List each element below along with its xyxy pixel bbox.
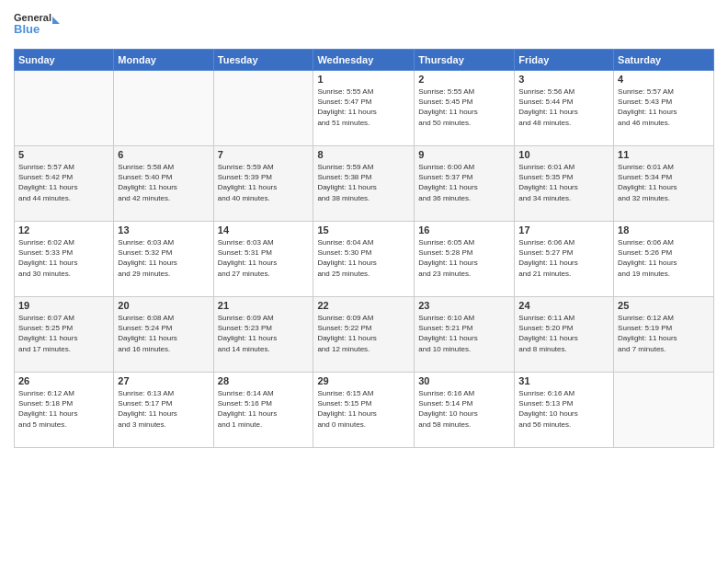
calendar-cell: 25Sunrise: 6:12 AM Sunset: 5:19 PM Dayli… bbox=[614, 297, 714, 373]
day-info: Sunrise: 6:10 AM Sunset: 5:21 PM Dayligh… bbox=[418, 313, 510, 354]
day-info: Sunrise: 6:12 AM Sunset: 5:18 PM Dayligh… bbox=[18, 388, 109, 430]
day-number: 1 bbox=[317, 74, 410, 85]
day-info: Sunrise: 6:06 AM Sunset: 5:27 PM Dayligh… bbox=[518, 237, 609, 279]
calendar-cell: 22Sunrise: 6:09 AM Sunset: 5:22 PM Dayli… bbox=[313, 297, 415, 373]
day-number: 9 bbox=[418, 149, 510, 160]
logo-svg: General Blue bbox=[14, 9, 60, 41]
calendar-cell: 1Sunrise: 5:55 AM Sunset: 5:47 PM Daylig… bbox=[313, 71, 415, 146]
page: General Blue SundayMondayTuesdayWednesda… bbox=[0, 0, 728, 563]
day-number: 25 bbox=[618, 300, 710, 311]
calendar-cell: 27Sunrise: 6:13 AM Sunset: 5:17 PM Dayli… bbox=[114, 373, 213, 448]
day-number: 26 bbox=[18, 375, 109, 386]
day-info: Sunrise: 6:03 AM Sunset: 5:32 PM Dayligh… bbox=[118, 237, 209, 279]
day-info: Sunrise: 5:55 AM Sunset: 5:45 PM Dayligh… bbox=[418, 86, 510, 128]
day-number: 19 bbox=[18, 300, 109, 311]
calendar-cell: 11Sunrise: 6:01 AM Sunset: 5:34 PM Dayli… bbox=[614, 146, 714, 222]
calendar-week-row: 12Sunrise: 6:02 AM Sunset: 5:33 PM Dayli… bbox=[15, 222, 714, 297]
day-number: 31 bbox=[518, 375, 609, 386]
day-number: 17 bbox=[518, 224, 609, 236]
calendar-cell: 8Sunrise: 5:59 AM Sunset: 5:38 PM Daylig… bbox=[313, 146, 415, 222]
calendar-cell: 31Sunrise: 6:16 AM Sunset: 5:13 PM Dayli… bbox=[515, 373, 614, 448]
day-info: Sunrise: 5:55 AM Sunset: 5:47 PM Dayligh… bbox=[317, 86, 410, 128]
day-number: 22 bbox=[317, 300, 410, 311]
day-info: Sunrise: 6:16 AM Sunset: 5:13 PM Dayligh… bbox=[518, 388, 609, 430]
day-info: Sunrise: 6:01 AM Sunset: 5:35 PM Dayligh… bbox=[518, 162, 609, 203]
weekday-header: Sunday bbox=[15, 50, 114, 71]
day-info: Sunrise: 6:12 AM Sunset: 5:19 PM Dayligh… bbox=[618, 313, 710, 354]
calendar-cell: 9Sunrise: 6:00 AM Sunset: 5:37 PM Daylig… bbox=[415, 146, 515, 222]
calendar-week-row: 26Sunrise: 6:12 AM Sunset: 5:18 PM Dayli… bbox=[15, 373, 714, 448]
calendar-cell: 28Sunrise: 6:14 AM Sunset: 5:16 PM Dayli… bbox=[213, 373, 313, 448]
header: General Blue bbox=[14, 9, 714, 41]
day-info: Sunrise: 6:13 AM Sunset: 5:17 PM Dayligh… bbox=[118, 388, 209, 430]
calendar-cell bbox=[614, 373, 714, 448]
calendar-week-row: 5Sunrise: 5:57 AM Sunset: 5:42 PM Daylig… bbox=[15, 146, 714, 222]
calendar-cell bbox=[213, 71, 313, 146]
weekday-header: Tuesday bbox=[213, 50, 313, 71]
day-info: Sunrise: 6:00 AM Sunset: 5:37 PM Dayligh… bbox=[418, 162, 510, 203]
day-number: 21 bbox=[218, 300, 310, 311]
day-info: Sunrise: 6:08 AM Sunset: 5:24 PM Dayligh… bbox=[118, 313, 209, 354]
day-info: Sunrise: 6:02 AM Sunset: 5:33 PM Dayligh… bbox=[18, 237, 109, 279]
day-number: 4 bbox=[618, 74, 710, 85]
day-info: Sunrise: 6:07 AM Sunset: 5:25 PM Dayligh… bbox=[18, 313, 109, 354]
day-info: Sunrise: 6:05 AM Sunset: 5:28 PM Dayligh… bbox=[418, 237, 510, 279]
day-number: 7 bbox=[218, 149, 310, 160]
day-info: Sunrise: 6:06 AM Sunset: 5:26 PM Dayligh… bbox=[618, 237, 710, 279]
day-number: 6 bbox=[118, 149, 209, 160]
weekday-header: Saturday bbox=[614, 50, 714, 71]
weekday-header: Monday bbox=[114, 50, 213, 71]
calendar-cell: 15Sunrise: 6:04 AM Sunset: 5:30 PM Dayli… bbox=[313, 222, 415, 297]
day-number: 16 bbox=[418, 224, 510, 236]
weekday-header: Wednesday bbox=[313, 50, 415, 71]
day-number: 30 bbox=[418, 375, 510, 386]
calendar-table: SundayMondayTuesdayWednesdayThursdayFrid… bbox=[14, 49, 714, 448]
calendar-cell: 4Sunrise: 5:57 AM Sunset: 5:43 PM Daylig… bbox=[614, 71, 714, 146]
calendar-cell: 6Sunrise: 5:58 AM Sunset: 5:40 PM Daylig… bbox=[114, 146, 213, 222]
day-number: 11 bbox=[618, 149, 710, 160]
day-number: 8 bbox=[317, 149, 410, 160]
calendar-cell: 5Sunrise: 5:57 AM Sunset: 5:42 PM Daylig… bbox=[15, 146, 114, 222]
calendar-cell: 18Sunrise: 6:06 AM Sunset: 5:26 PM Dayli… bbox=[614, 222, 714, 297]
calendar-cell: 30Sunrise: 6:16 AM Sunset: 5:14 PM Dayli… bbox=[415, 373, 515, 448]
day-number: 5 bbox=[18, 149, 109, 160]
calendar-cell: 24Sunrise: 6:11 AM Sunset: 5:20 PM Dayli… bbox=[515, 297, 614, 373]
day-number: 20 bbox=[118, 300, 209, 311]
calendar-cell: 21Sunrise: 6:09 AM Sunset: 5:23 PM Dayli… bbox=[213, 297, 313, 373]
svg-text:Blue: Blue bbox=[14, 22, 40, 36]
day-number: 3 bbox=[518, 74, 609, 85]
day-info: Sunrise: 5:57 AM Sunset: 5:43 PM Dayligh… bbox=[618, 86, 710, 128]
day-number: 10 bbox=[518, 149, 609, 160]
day-info: Sunrise: 6:15 AM Sunset: 5:15 PM Dayligh… bbox=[317, 388, 410, 430]
calendar-cell: 7Sunrise: 5:59 AM Sunset: 5:39 PM Daylig… bbox=[213, 146, 313, 222]
day-info: Sunrise: 6:16 AM Sunset: 5:14 PM Dayligh… bbox=[418, 388, 510, 430]
day-number: 2 bbox=[418, 74, 510, 85]
day-info: Sunrise: 5:57 AM Sunset: 5:42 PM Dayligh… bbox=[18, 162, 109, 203]
day-info: Sunrise: 5:58 AM Sunset: 5:40 PM Dayligh… bbox=[118, 162, 209, 203]
svg-marker-2 bbox=[52, 17, 60, 24]
day-info: Sunrise: 6:11 AM Sunset: 5:20 PM Dayligh… bbox=[518, 313, 609, 354]
calendar-cell: 3Sunrise: 5:56 AM Sunset: 5:44 PM Daylig… bbox=[515, 71, 614, 146]
day-number: 13 bbox=[118, 224, 209, 236]
weekday-header: Friday bbox=[515, 50, 614, 71]
day-info: Sunrise: 5:59 AM Sunset: 5:38 PM Dayligh… bbox=[317, 162, 410, 203]
day-number: 15 bbox=[317, 224, 410, 236]
calendar-cell: 2Sunrise: 5:55 AM Sunset: 5:45 PM Daylig… bbox=[415, 71, 515, 146]
day-info: Sunrise: 6:09 AM Sunset: 5:22 PM Dayligh… bbox=[317, 313, 410, 354]
day-info: Sunrise: 6:01 AM Sunset: 5:34 PM Dayligh… bbox=[618, 162, 710, 203]
day-number: 24 bbox=[518, 300, 609, 311]
day-number: 27 bbox=[118, 375, 209, 386]
day-info: Sunrise: 5:59 AM Sunset: 5:39 PM Dayligh… bbox=[218, 162, 310, 203]
calendar-week-row: 19Sunrise: 6:07 AM Sunset: 5:25 PM Dayli… bbox=[15, 297, 714, 373]
day-number: 29 bbox=[317, 375, 410, 386]
day-number: 18 bbox=[618, 224, 710, 236]
calendar-cell: 12Sunrise: 6:02 AM Sunset: 5:33 PM Dayli… bbox=[15, 222, 114, 297]
calendar-cell bbox=[114, 71, 213, 146]
calendar-cell bbox=[15, 71, 114, 146]
calendar-cell: 29Sunrise: 6:15 AM Sunset: 5:15 PM Dayli… bbox=[313, 373, 415, 448]
calendar-cell: 26Sunrise: 6:12 AM Sunset: 5:18 PM Dayli… bbox=[15, 373, 114, 448]
calendar-cell: 19Sunrise: 6:07 AM Sunset: 5:25 PM Dayli… bbox=[15, 297, 114, 373]
calendar-header-row: SundayMondayTuesdayWednesdayThursdayFrid… bbox=[15, 50, 714, 71]
logo: General Blue bbox=[14, 9, 60, 41]
day-info: Sunrise: 6:14 AM Sunset: 5:16 PM Dayligh… bbox=[218, 388, 310, 430]
